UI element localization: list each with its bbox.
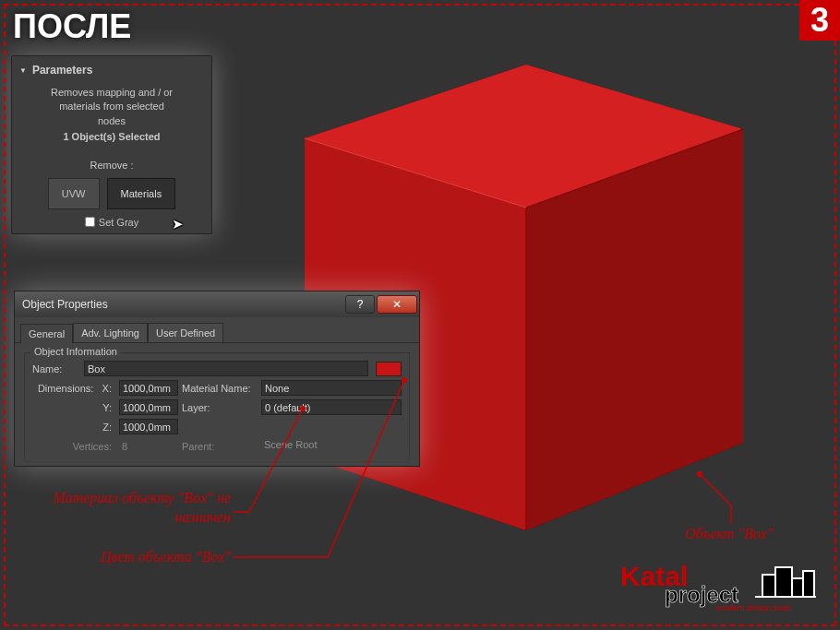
color-swatch[interactable] — [376, 362, 402, 376]
dim-z-field[interactable] — [119, 419, 178, 434]
uvw-button[interactable]: UVW — [48, 178, 100, 209]
set-gray-checkbox[interactable] — [85, 217, 95, 227]
parameters-header[interactable]: ▼ Parameters — [18, 62, 206, 82]
set-gray-label: Set Gray — [99, 217, 138, 228]
parameters-panel: ▼ Parameters Removes mapping and / or ma… — [11, 55, 212, 234]
collapse-icon: ▼ — [19, 66, 27, 75]
svg-rect-16 — [803, 571, 814, 597]
materials-button[interactable]: Materials — [107, 178, 176, 209]
dialog-tabs: General Adv. Lighting User Defined — [15, 317, 419, 343]
annotation-color: Цвет объекта "Box" — [92, 549, 231, 565]
y-label: Y: — [32, 402, 115, 413]
material-name-field[interactable] — [261, 380, 402, 396]
layer-field[interactable] — [261, 399, 402, 415]
tab-adv-lighting[interactable]: Adv. Lighting — [73, 323, 148, 342]
name-label: Name: — [32, 363, 80, 374]
group-title: Object Information — [30, 346, 121, 357]
step-badge: 3 — [799, 0, 840, 41]
cursor-icon: ➤ — [172, 216, 184, 232]
annotation-object: Объект "Box" — [674, 526, 785, 542]
brand-logo: Katal project modern design tools — [617, 558, 818, 612]
svg-rect-13 — [762, 575, 775, 597]
params-desc-3: nodes — [25, 114, 198, 128]
dim-y-field[interactable] — [119, 399, 178, 415]
dialog-title: Object Properties — [22, 298, 343, 311]
remove-label: Remove : — [18, 160, 206, 171]
parameters-title: Parameters — [32, 64, 92, 77]
material-name-label: Material Name: — [182, 383, 258, 394]
object-properties-dialog: Object Properties ? ✕ General Adv. Light… — [14, 291, 420, 467]
params-desc-1: Removes mapping and / or — [25, 86, 198, 100]
fade — [15, 449, 419, 466]
svg-text:modern design tools: modern design tools — [716, 603, 792, 612]
help-button[interactable]: ? — [345, 295, 375, 314]
close-button[interactable]: ✕ — [377, 295, 417, 314]
tab-general[interactable]: General — [20, 324, 73, 343]
overlay-title: ПОСЛЕ — [13, 7, 131, 46]
dim-x-field[interactable] — [119, 380, 178, 396]
name-field[interactable] — [84, 361, 368, 376]
z-label: Z: — [32, 422, 115, 433]
annotation-material: Материал объекту "Box" не назначен — [37, 489, 231, 528]
layer-label: Layer: — [182, 402, 258, 413]
dialog-titlebar[interactable]: Object Properties ? ✕ — [15, 291, 419, 317]
params-desc-2: materials from selected — [25, 100, 198, 113]
object-information-group: Object Information Name: Dimensions: X: … — [24, 352, 410, 462]
svg-rect-14 — [775, 567, 792, 597]
dimensions-label: Dimensions: X: — [32, 383, 115, 394]
svg-rect-15 — [792, 578, 803, 597]
params-selected: 1 Object(s) Selected — [25, 130, 198, 144]
tab-user-defined[interactable]: User Defined — [148, 323, 223, 342]
